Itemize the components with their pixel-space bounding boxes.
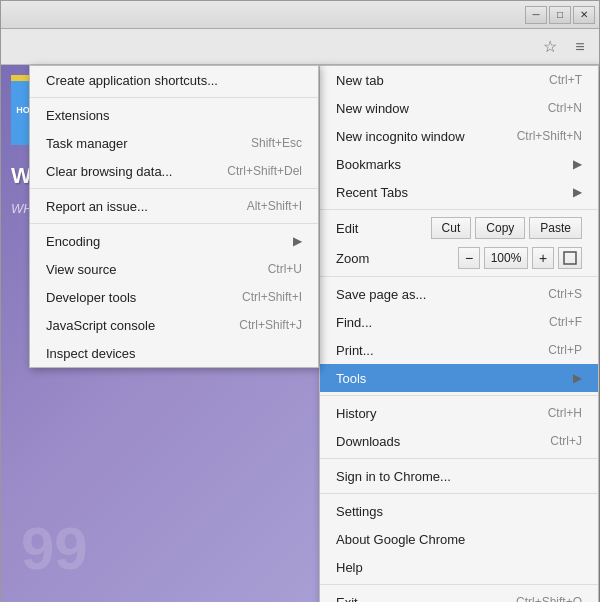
- zoom-value: 100%: [484, 247, 528, 269]
- svg-rect-0: [564, 252, 576, 264]
- menu-separator-2: [320, 276, 598, 277]
- cut-button[interactable]: Cut: [431, 217, 472, 239]
- submenu-item-clear-browsing[interactable]: Clear browsing data... Ctrl+Shift+Del: [30, 157, 318, 185]
- zoom-fullscreen-button[interactable]: [558, 247, 582, 269]
- menu-label: Bookmarks: [336, 157, 401, 172]
- submenu-item-javascript-console[interactable]: JavaScript console Ctrl+Shift+J: [30, 311, 318, 339]
- nav-bar: ☆ ≡: [1, 29, 599, 65]
- submenu-shortcut: Ctrl+Shift+Del: [227, 164, 302, 178]
- edit-label: Edit: [336, 221, 427, 236]
- arrow-icon: ▶: [573, 157, 582, 171]
- menu-label: History: [336, 406, 376, 421]
- submenu-label: Create application shortcuts...: [46, 73, 218, 88]
- star-icon[interactable]: ☆: [539, 36, 561, 58]
- menu-separator-4: [320, 458, 598, 459]
- submenu-separator-1: [30, 97, 318, 98]
- menu-label: Downloads: [336, 434, 400, 449]
- submenu-label: Encoding: [46, 234, 100, 249]
- menu-item-help[interactable]: Help: [320, 553, 598, 581]
- submenu-label: Extensions: [46, 108, 110, 123]
- menu-item-tools[interactable]: Tools ▶: [320, 364, 598, 392]
- menu-label: New window: [336, 101, 409, 116]
- menu-label: New incognito window: [336, 129, 465, 144]
- menu-item-bookmarks[interactable]: Bookmarks ▶: [320, 150, 598, 178]
- submenu-arrow-icon: ▶: [293, 234, 302, 248]
- menu-label: Find...: [336, 315, 372, 330]
- submenu-item-task-manager[interactable]: Task manager Shift+Esc: [30, 129, 318, 157]
- submenu-label: Clear browsing data...: [46, 164, 172, 179]
- copy-button[interactable]: Copy: [475, 217, 525, 239]
- menu-item-save-page[interactable]: Save page as... Ctrl+S: [320, 280, 598, 308]
- submenu-item-report-issue[interactable]: Report an issue... Alt+Shift+I: [30, 192, 318, 220]
- menu-shortcut: Ctrl+Shift+N: [517, 129, 582, 143]
- menu-shortcut: Ctrl+F: [549, 315, 582, 329]
- submenu-separator-2: [30, 188, 318, 189]
- submenu-shortcut: Ctrl+Shift+I: [242, 290, 302, 304]
- menu-shortcut: Ctrl+P: [548, 343, 582, 357]
- menu-item-print[interactable]: Print... Ctrl+P: [320, 336, 598, 364]
- menu-label: Print...: [336, 343, 374, 358]
- menu-item-history[interactable]: History Ctrl+H: [320, 399, 598, 427]
- submenu-separator-3: [30, 223, 318, 224]
- menu-item-new-tab[interactable]: New tab Ctrl+T: [320, 66, 598, 94]
- menu-label: About Google Chrome: [336, 532, 465, 547]
- zoom-label: Zoom: [336, 251, 454, 266]
- menu-item-new-window[interactable]: New window Ctrl+N: [320, 94, 598, 122]
- submenu-label: View source: [46, 262, 117, 277]
- menu-item-sign-in[interactable]: Sign in to Chrome...: [320, 462, 598, 490]
- menu-item-new-incognito[interactable]: New incognito window Ctrl+Shift+N: [320, 122, 598, 150]
- submenu-item-encoding[interactable]: Encoding ▶: [30, 227, 318, 255]
- close-button[interactable]: ✕: [573, 6, 595, 24]
- main-menu: New tab Ctrl+T New window Ctrl+N New inc…: [319, 65, 599, 602]
- maximize-button[interactable]: □: [549, 6, 571, 24]
- menu-icon[interactable]: ≡: [569, 36, 591, 58]
- menu-separator-1: [320, 209, 598, 210]
- arrow-icon: ▶: [573, 371, 582, 385]
- zoom-plus-button[interactable]: +: [532, 247, 554, 269]
- menu-label: Tools: [336, 371, 366, 386]
- menu-shortcut: Ctrl+H: [548, 406, 582, 420]
- menu-separator-5: [320, 493, 598, 494]
- menu-zoom-row: Zoom − 100% +: [320, 243, 598, 273]
- menu-item-recent-tabs[interactable]: Recent Tabs ▶: [320, 178, 598, 206]
- submenu-item-create-shortcuts[interactable]: Create application shortcuts...: [30, 66, 318, 94]
- menu-label: Help: [336, 560, 363, 575]
- submenu-item-developer-tools[interactable]: Developer tools Ctrl+Shift+I: [30, 283, 318, 311]
- page-watermark: 99: [21, 514, 88, 583]
- submenu-shortcut: Ctrl+U: [268, 262, 302, 276]
- arrow-icon: ▶: [573, 185, 582, 199]
- zoom-minus-button[interactable]: −: [458, 247, 480, 269]
- submenu-label: Inspect devices: [46, 346, 136, 361]
- submenu-item-inspect-devices[interactable]: Inspect devices: [30, 339, 318, 367]
- menu-label: Recent Tabs: [336, 185, 408, 200]
- menu-item-find[interactable]: Find... Ctrl+F: [320, 308, 598, 336]
- menu-shortcut: Ctrl+J: [550, 434, 582, 448]
- menu-item-settings[interactable]: Settings: [320, 497, 598, 525]
- menu-label: New tab: [336, 73, 384, 88]
- title-bar: ─ □ ✕: [1, 1, 599, 29]
- minimize-button[interactable]: ─: [525, 6, 547, 24]
- submenu-label: JavaScript console: [46, 318, 155, 333]
- menu-separator-6: [320, 584, 598, 585]
- menu-item-downloads[interactable]: Downloads Ctrl+J: [320, 427, 598, 455]
- browser-window: ─ □ ✕ ☆ ≡ HOW IT WORKS FEA CO WNLOAD NOW…: [0, 0, 600, 602]
- menu-shortcut: Ctrl+S: [548, 287, 582, 301]
- submenu-item-view-source[interactable]: View source Ctrl+U: [30, 255, 318, 283]
- tools-submenu: Create application shortcuts... Extensio…: [29, 65, 319, 368]
- submenu-shortcut: Shift+Esc: [251, 136, 302, 150]
- menu-label: Sign in to Chrome...: [336, 469, 451, 484]
- menu-shortcut: Ctrl+Shift+Q: [516, 595, 582, 602]
- paste-button[interactable]: Paste: [529, 217, 582, 239]
- submenu-shortcut: Alt+Shift+I: [247, 199, 302, 213]
- menu-separator-3: [320, 395, 598, 396]
- menu-edit-row: Edit Cut Copy Paste: [320, 213, 598, 243]
- menu-item-about[interactable]: About Google Chrome: [320, 525, 598, 553]
- submenu-label: Developer tools: [46, 290, 136, 305]
- menu-item-exit[interactable]: Exit Ctrl+Shift+Q: [320, 588, 598, 602]
- submenu-label: Task manager: [46, 136, 128, 151]
- menu-shortcut: Ctrl+N: [548, 101, 582, 115]
- menu-label: Save page as...: [336, 287, 426, 302]
- menu-label: Exit: [336, 595, 358, 603]
- submenu-item-extensions[interactable]: Extensions: [30, 101, 318, 129]
- submenu-shortcut: Ctrl+Shift+J: [239, 318, 302, 332]
